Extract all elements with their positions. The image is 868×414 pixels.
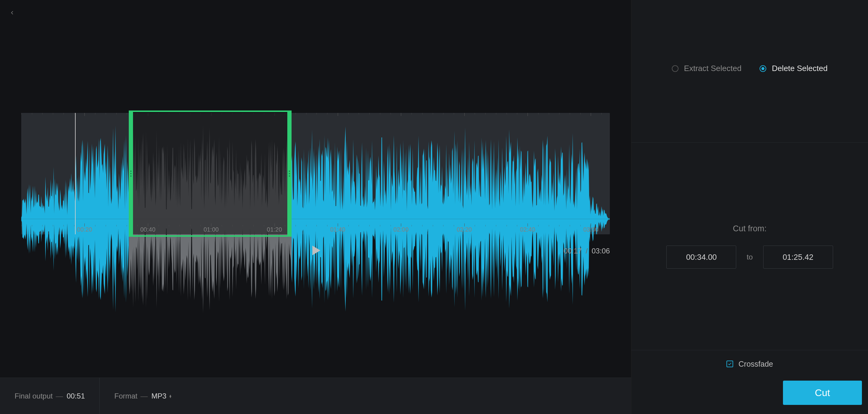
cut-panel: Cut from: to bbox=[631, 142, 868, 350]
radio-icon bbox=[760, 65, 766, 72]
dash-separator: — bbox=[141, 392, 149, 400]
format-label: Format bbox=[114, 392, 137, 400]
sidebar: Extract Selected Delete Selected Cut fro… bbox=[631, 0, 868, 414]
tick-label: 02:40 bbox=[520, 226, 535, 233]
selection-handle-right[interactable] bbox=[287, 112, 291, 235]
final-output-value: 00:51 bbox=[66, 392, 85, 400]
bottom-bar: Final output — 00:51 Format — MP3 ▴▾ bbox=[0, 378, 631, 414]
format-select[interactable]: MP3 ▴▾ bbox=[152, 392, 171, 400]
crossfade-label: Crossfade bbox=[739, 360, 773, 369]
cut-action-row: Cut bbox=[631, 378, 868, 414]
final-output-section: Final output — 00:51 bbox=[0, 378, 100, 414]
tick-label: 01:20 bbox=[267, 226, 282, 233]
current-time: 00:17 bbox=[564, 247, 582, 255]
radio-label: Delete Selected bbox=[772, 64, 828, 73]
waveform-canvas bbox=[21, 119, 610, 319]
time-readout: 00:17 / 03:06 bbox=[564, 247, 610, 255]
selection-handle-left[interactable] bbox=[129, 112, 133, 235]
cut-button[interactable]: Cut bbox=[783, 381, 862, 405]
ruler-top bbox=[21, 113, 610, 117]
tick-label: 00:40 bbox=[140, 226, 155, 233]
delete-selected-radio[interactable]: Delete Selected bbox=[760, 64, 828, 73]
selection-overlay bbox=[129, 113, 291, 234]
back-button[interactable] bbox=[7, 7, 18, 18]
to-label: to bbox=[746, 253, 752, 261]
chevron-left-icon bbox=[9, 10, 15, 16]
total-duration: 03:06 bbox=[592, 247, 610, 255]
extract-selected-radio[interactable]: Extract Selected bbox=[672, 64, 741, 73]
main-editor: 00:2000:4001:0001:2001:4002:0002:2002:40… bbox=[0, 0, 631, 414]
cut-from-input[interactable] bbox=[666, 246, 736, 268]
check-icon bbox=[728, 362, 732, 366]
final-output-label: Final output bbox=[14, 392, 53, 400]
stepper-icon: ▴▾ bbox=[169, 394, 171, 398]
format-section: Format — MP3 ▴▾ bbox=[100, 378, 186, 414]
crossfade-panel: Crossfade bbox=[631, 350, 868, 378]
cut-to-input[interactable] bbox=[763, 246, 833, 268]
ruler-bottom: 00:2000:4001:0001:2001:4002:0002:2002:40… bbox=[21, 222, 610, 234]
crossfade-checkbox[interactable] bbox=[726, 360, 733, 367]
tick-label: 02:00 bbox=[393, 226, 408, 233]
tick-label: 00:20 bbox=[77, 226, 92, 233]
radio-label: Extract Selected bbox=[684, 64, 741, 73]
mode-panel: Extract Selected Delete Selected bbox=[631, 0, 868, 142]
time-separator: / bbox=[586, 247, 588, 255]
playhead[interactable] bbox=[75, 113, 75, 234]
tick-label: 01:00 bbox=[204, 226, 219, 233]
format-value: MP3 bbox=[152, 392, 166, 400]
dash-separator: — bbox=[56, 392, 63, 400]
cut-inputs: to bbox=[666, 246, 833, 268]
svg-marker-3 bbox=[312, 246, 320, 255]
tick-label: 01:40 bbox=[330, 226, 345, 233]
play-icon bbox=[309, 244, 322, 257]
radio-icon bbox=[672, 65, 679, 72]
cut-from-title: Cut from: bbox=[733, 224, 767, 233]
play-button[interactable] bbox=[309, 244, 322, 258]
transport-bar: 00:17 / 03:06 bbox=[21, 237, 610, 265]
tick-label: 02:20 bbox=[457, 226, 472, 233]
tick-label: 03:00 bbox=[583, 226, 598, 233]
waveform-area[interactable]: 00:2000:4001:0001:2001:4002:0002:2002:40… bbox=[21, 113, 610, 234]
